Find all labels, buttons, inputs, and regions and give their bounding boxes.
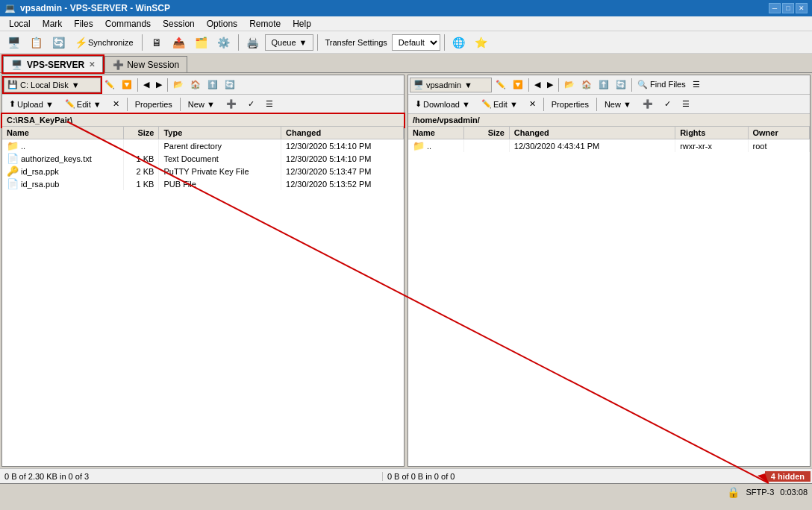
toolbar-icon3[interactable]: 🔄 (48, 34, 69, 51)
right-delete-button[interactable]: ✕ (524, 96, 541, 113)
new-session-button[interactable]: ➕ New Session (104, 56, 187, 72)
menu-remote[interactable]: Remote (243, 17, 287, 31)
synchronize-button[interactable]: ⚡ Synchronize (70, 34, 138, 51)
left-col-size[interactable]: Size (124, 127, 159, 139)
right-new-button[interactable]: New ▼ (599, 96, 637, 113)
right-back[interactable]: ◀ (531, 78, 543, 92)
close-button[interactable]: ✕ (796, 3, 808, 13)
right-action-bar: ⬇ Download ▼ ✏️ Edit ▼ ✕ Properties New … (408, 95, 810, 114)
upload-button[interactable]: ⬆ Upload ▼ (4, 96, 59, 113)
right-separator1 (528, 78, 529, 92)
panel-divider[interactable] (405, 73, 407, 468)
right-col-name[interactable]: Name (408, 127, 463, 139)
left-file-name: 📄authorized_keys.txt (2, 152, 124, 165)
session-tabs: 🖥️ VPS-SERVER ✕ ➕ New Session (0, 54, 812, 73)
toolbar-icon6[interactable]: 🗂️ (191, 34, 212, 51)
right-col-owner[interactable]: Owner (748, 127, 810, 139)
left-back[interactable]: ◀ (140, 78, 152, 92)
right-nav2[interactable]: 🏠 (578, 78, 595, 92)
toolbar-icon7[interactable]: ⚙️ (213, 34, 234, 51)
right-panel: 🖥️ vpsadmin ▼ ✏️ 🔽 ◀ ▶ 📂 🏠 ⬆️ 🔄 🔍 Find F… (407, 75, 811, 467)
right-nav3[interactable]: ⬆️ (596, 78, 612, 92)
left-refresh[interactable]: 🔄 (222, 78, 238, 92)
right-more[interactable]: ☰ (690, 78, 703, 92)
left-file-changed: 12/30/2020 5:13:47 PM (281, 165, 404, 177)
left-filter[interactable]: 🔽 (119, 78, 135, 92)
right-col-changed[interactable]: Changed (509, 127, 675, 139)
right-properties-button[interactable]: Properties (546, 96, 594, 113)
left-new-button[interactable]: New ▼ (183, 96, 220, 113)
new-session-icon: ➕ (113, 60, 124, 70)
left-drive-selector[interactable]: 💾 C: Local Disk ▼ (4, 78, 101, 92)
minimize-button[interactable]: ─ (769, 3, 781, 13)
right-file-list[interactable]: Name Size Changed Rights Owner 📁.. 12/30… (408, 127, 810, 466)
toolbar-icon2[interactable]: 📋 (25, 34, 46, 51)
right-edit-path[interactable]: ✏️ (493, 78, 509, 92)
right-server-selector[interactable]: 🖥️ vpsadmin ▼ (410, 78, 492, 92)
left-more2[interactable]: ✓ (243, 96, 260, 113)
toolbar-icon4[interactable]: 🖥 (146, 34, 167, 51)
bottom-bar: 🔒 SFTP-3 0:03:08 (0, 483, 812, 500)
menu-session[interactable]: Session (157, 17, 201, 31)
session-time: 0:03:08 (780, 488, 808, 497)
right-col-rights[interactable]: Rights (675, 127, 748, 139)
menu-commands[interactable]: Commands (99, 17, 157, 31)
left-file-row[interactable]: 📄authorized_keys.txt 1 KB Text Document … (2, 152, 404, 165)
lock-icon: 🔒 (727, 486, 740, 498)
right-col-size[interactable]: Size (463, 127, 509, 139)
left-file-row[interactable]: 📁.. Parent directory 12/30/2020 5:14:10 … (2, 139, 404, 153)
right-refresh[interactable]: 🔄 (613, 78, 629, 92)
download-button[interactable]: ⬇ Download ▼ (410, 96, 475, 113)
left-nav2[interactable]: 🏠 (187, 78, 204, 92)
right-forward[interactable]: ▶ (544, 78, 556, 92)
toolbar-icon10[interactable]: ⭐ (471, 34, 492, 51)
right-separator3 (631, 78, 632, 92)
left-nav1[interactable]: 📂 (170, 78, 187, 92)
left-edit-button[interactable]: ✏️ Edit ▼ (60, 96, 107, 113)
queue-button[interactable]: Queue ▼ (265, 34, 314, 51)
left-edit-path[interactable]: ✏️ (102, 78, 118, 92)
left-col-type[interactable]: Type (159, 127, 281, 139)
right-filter[interactable]: 🔽 (510, 78, 526, 92)
right-nav1[interactable]: 📂 (561, 78, 578, 92)
left-properties-button[interactable]: Properties (130, 96, 178, 113)
toolbar-icon8[interactable]: 🖨️ (243, 34, 263, 51)
menu-files[interactable]: Files (68, 17, 99, 31)
left-file-size (124, 139, 159, 153)
maximize-button[interactable]: □ (782, 3, 794, 13)
toolbar-icon5[interactable]: 📤 (169, 34, 190, 51)
left-col-changed[interactable]: Changed (281, 127, 404, 139)
menu-help[interactable]: Help (287, 17, 317, 31)
left-more1[interactable]: ➕ (221, 96, 242, 113)
left-file-type: PUB File (159, 177, 281, 190)
left-forward[interactable]: ▶ (153, 78, 165, 92)
title-bar-controls[interactable]: ─ □ ✕ (769, 3, 808, 13)
right-more1[interactable]: ➕ (637, 96, 658, 113)
left-file-changed: 12/30/2020 5:14:10 PM (281, 139, 404, 153)
left-col-name[interactable]: Name (2, 127, 124, 139)
session-tab-vps[interactable]: 🖥️ VPS-SERVER ✕ (3, 56, 103, 72)
toolbar-icon9[interactable]: 🌐 (449, 34, 469, 51)
right-edit-button[interactable]: ✏️ Edit ▼ (476, 96, 523, 113)
left-file-list[interactable]: Name Size Type Changed 📁.. Parent direct… (2, 127, 404, 466)
menu-options[interactable]: Options (201, 17, 243, 31)
left-nav3[interactable]: ⬆️ (204, 78, 221, 92)
left-file-row[interactable]: 🔑id_rsa.ppk 2 KB PuTTY Private Key File … (2, 165, 404, 177)
tab-close-vps[interactable]: ✕ (89, 60, 95, 69)
right-more3[interactable]: ☰ (677, 96, 695, 113)
menu-bar: Local Mark Files Commands Session Option… (0, 16, 812, 31)
right-find-files[interactable]: 🔍 Find Files (634, 78, 689, 92)
transfer-select[interactable]: Default Binary Text (392, 34, 440, 51)
left-more3[interactable]: ☰ (260, 96, 278, 113)
txt-icon: 📄 (7, 153, 19, 164)
right-more2[interactable]: ✓ (659, 96, 676, 113)
menu-mark[interactable]: Mark (37, 17, 69, 31)
menu-local[interactable]: Local (3, 17, 37, 31)
edit-icon: ✏️ (65, 99, 75, 109)
right-file-row[interactable]: 📁.. 12/30/2020 4:43:41 PM rwxr-xr-x root (408, 139, 810, 153)
left-file-row[interactable]: 📄id_rsa.pub 1 KB PUB File 12/30/2020 5:1… (2, 177, 404, 190)
left-delete-button[interactable]: ✕ (107, 96, 125, 113)
left-file-size: 1 KB (124, 152, 159, 165)
left-separator2 (167, 78, 168, 92)
toolbar-icon1[interactable]: 🖥️ (3, 34, 24, 51)
